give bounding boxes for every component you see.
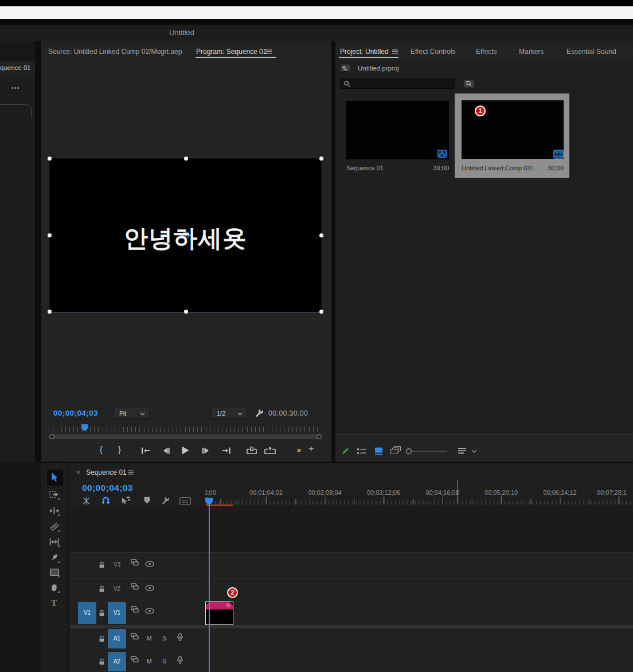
rectangle-tool[interactable]	[50, 568, 59, 576]
lock-icon[interactable]	[99, 610, 105, 616]
track-target-a2[interactable]: A2	[108, 652, 126, 671]
timeline-settings-wrench-icon[interactable]	[161, 496, 170, 505]
tab-essential-sound[interactable]: Essential Sound	[566, 48, 616, 56]
ripple-edit-tool[interactable]	[49, 507, 59, 515]
nest-toggle-icon[interactable]	[82, 497, 91, 505]
lock-icon[interactable]	[99, 635, 105, 642]
program-zoom-scrollbar[interactable]	[49, 434, 320, 439]
sync-lock-icon[interactable]	[131, 633, 139, 640]
clip-label-bar: fx	[206, 602, 233, 610]
transform-handle[interactable]	[184, 157, 188, 161]
lift-button[interactable]	[247, 447, 257, 454]
solo-button[interactable]: S	[162, 658, 166, 665]
slip-tool[interactable]	[49, 538, 59, 546]
program-mini-timeline-ruler[interactable]	[49, 425, 320, 432]
zoom-scrollbar-left-knob[interactable]	[49, 434, 54, 439]
linked-selection-icon[interactable]	[122, 496, 131, 505]
breadcrumb[interactable]: Untitled.prproj	[358, 65, 399, 72]
timeline-empty-area	[70, 506, 633, 552]
project-item-thumbnail[interactable]	[346, 101, 449, 159]
step-back-button[interactable]	[162, 447, 170, 454]
source-patch-v1[interactable]: V1	[78, 602, 96, 624]
captions-cc-icon[interactable]: CC	[179, 497, 191, 505]
program-panel-menu-icon[interactable]	[266, 49, 272, 54]
video-overlay-text: 안녕하세욧	[49, 222, 322, 255]
go-to-in-button[interactable]	[141, 447, 150, 454]
sort-icon[interactable]	[458, 448, 467, 454]
playback-resolution-dropdown[interactable]: 1/2	[210, 408, 247, 419]
program-current-timecode[interactable]: 00;00;04;03	[53, 409, 98, 417]
step-forward-button[interactable]	[202, 447, 210, 454]
thumbnail-zoom-slider[interactable]	[405, 448, 448, 455]
sync-lock-icon[interactable]	[131, 606, 139, 613]
mute-button[interactable]: M	[147, 658, 152, 665]
transform-handle[interactable]	[319, 310, 323, 314]
mouse-cursor-line	[458, 480, 458, 503]
type-tool[interactable]: T	[51, 597, 57, 609]
lock-icon[interactable]	[99, 585, 105, 592]
tab-markers[interactable]: Markers	[519, 48, 544, 56]
search-input[interactable]	[340, 79, 455, 89]
settings-wrench-icon[interactable]	[254, 408, 264, 418]
zoom-level-dropdown[interactable]: Fit	[113, 408, 150, 419]
pen-tool[interactable]	[50, 553, 59, 562]
track-output-eye-icon[interactable]	[145, 585, 154, 591]
snap-magnet-icon[interactable]	[101, 496, 110, 505]
selection-tool-active-bg[interactable]	[47, 470, 63, 486]
track-target-v2[interactable]: V2	[108, 585, 126, 592]
timeline-panel-menu-icon[interactable]	[128, 470, 134, 475]
more-buttons-chevrons[interactable]: »	[297, 446, 301, 454]
hand-tool[interactable]	[50, 583, 59, 592]
track-target-v1[interactable]: V1	[108, 602, 126, 624]
tab-effect-controls[interactable]: Effect Controls	[411, 48, 455, 56]
track-output-eye-icon[interactable]	[145, 608, 154, 614]
transform-handle[interactable]	[48, 310, 52, 314]
transform-handle[interactable]	[184, 310, 188, 314]
go-to-out-button[interactable]	[222, 447, 231, 454]
project-writable-pencil-icon[interactable]	[341, 447, 350, 455]
timeline-tab-close-icon[interactable]: ×	[76, 468, 80, 476]
sync-lock-icon[interactable]	[131, 583, 139, 590]
extract-button[interactable]	[264, 447, 276, 454]
sort-chevron-icon[interactable]	[471, 450, 477, 454]
track-target-v3[interactable]: V3	[108, 561, 126, 568]
project-item-name[interactable]: Sequence 01	[346, 165, 384, 171]
tab-program-monitor[interactable]: Program: Sequence 01	[196, 48, 267, 56]
navigate-up-icon[interactable]	[341, 64, 350, 72]
search-in-bin-icon[interactable]	[464, 79, 474, 88]
lock-icon[interactable]	[99, 658, 105, 665]
playhead-line[interactable]	[209, 498, 210, 672]
play-button[interactable]	[182, 446, 189, 455]
razor-tool[interactable]	[50, 522, 59, 531]
timeline-ruler[interactable]: ;00;00 00;01;04;02 00;02;08;04 00;03;12;…	[205, 485, 633, 506]
tab-effects[interactable]: Effects	[476, 48, 497, 56]
track-target-a1[interactable]: A1	[108, 629, 126, 648]
list-view-icon[interactable]	[357, 448, 366, 455]
transform-handle[interactable]	[319, 157, 323, 161]
project-panel-menu-icon[interactable]	[392, 49, 398, 54]
add-marker-icon[interactable]	[144, 497, 150, 504]
freeform-view-icon[interactable]	[390, 446, 401, 455]
overflow-dots-icon[interactable]: •••	[11, 84, 20, 91]
sync-lock-icon[interactable]	[131, 559, 139, 566]
sync-lock-icon[interactable]	[131, 656, 139, 663]
icon-view-icon[interactable]	[375, 447, 382, 455]
tab-project[interactable]: Project: Untitled	[340, 48, 389, 56]
project-item-name[interactable]: Untitled Linked Comp 02/...	[462, 165, 538, 171]
transform-handle[interactable]	[48, 157, 52, 161]
zoom-scrollbar-right-knob[interactable]	[316, 434, 322, 439]
track-output-eye-icon[interactable]	[145, 561, 154, 567]
timeline-tab-label[interactable]: Sequence 01	[86, 468, 127, 476]
mark-out-button[interactable]: }	[118, 445, 121, 454]
voiceover-mic-icon[interactable]	[177, 633, 183, 641]
mark-in-button[interactable]: {	[100, 445, 103, 454]
track-select-forward-tool[interactable]	[49, 491, 59, 499]
mute-button[interactable]: M	[147, 635, 152, 642]
add-button-icon[interactable]: +	[308, 444, 314, 454]
solo-button[interactable]: S	[162, 635, 166, 642]
program-duration-timecode: 00;00;30;00	[268, 409, 308, 417]
timeline-current-timecode[interactable]: 00;00;04;03	[82, 483, 133, 493]
lock-icon[interactable]	[99, 561, 105, 568]
voiceover-mic-icon[interactable]	[177, 656, 183, 664]
tab-source-monitor[interactable]: Source: Untitled Linked Comp 02/Mogrt.ae…	[48, 48, 182, 56]
